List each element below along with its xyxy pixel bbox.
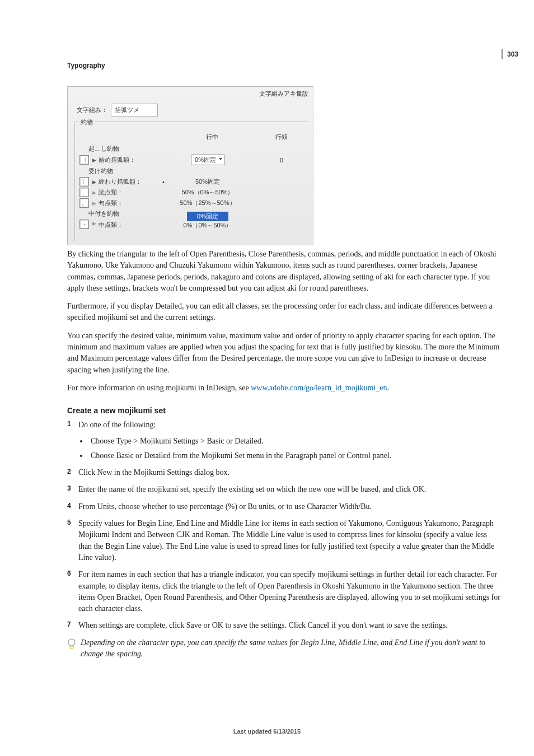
footer-last-updated: Last updated 6/13/2015 <box>0 728 534 735</box>
glyph-icon: ・ <box>79 220 89 229</box>
disclosure-triangle-icon[interactable]: ▶ <box>92 157 96 163</box>
mojikumi-help-link[interactable]: www.adobe.com/go/learn_id_mojikumi_en <box>251 384 387 392</box>
paragraph: Furthermore, if you display Detailed, yo… <box>67 301 500 324</box>
paragraph: By clicking the triangular to the left o… <box>67 249 500 294</box>
disclosure-triangle-icon[interactable]: ▶ <box>92 221 96 226</box>
col-mid-header: 行中 <box>170 133 254 141</box>
glyph-icon: 、 <box>79 188 89 197</box>
paragraph: For more information on using mojikumi i… <box>67 382 500 394</box>
row-mid-value: 50%固定 <box>195 178 220 185</box>
glyph-icon: 〕 <box>79 177 89 186</box>
subheading: Create a new mojikumi set <box>67 406 500 415</box>
text: . <box>387 384 389 392</box>
row-mid-value: 50%（0%～50%） <box>166 188 250 197</box>
value-dropdown[interactable]: 0%固定 <box>191 155 224 165</box>
row-end-value: 0 <box>250 157 285 164</box>
step-text: Do one of the following: <box>78 421 156 429</box>
step-6: For item names in each section that has … <box>67 569 500 614</box>
tip-note: Depending on the character type, you can… <box>67 637 500 660</box>
disclosure-triangle-icon[interactable]: ▶ <box>92 190 96 195</box>
row-label: 終わり括弧類： <box>99 178 166 186</box>
dialog-title: 文字組みアキ量設 <box>68 87 313 101</box>
row-label: 中点類： <box>99 221 166 229</box>
group-okoshi: 起こし約物 <box>75 143 308 154</box>
step-3: Enter the name of the mojikumi set, spec… <box>67 484 500 495</box>
row-mid-value: 0%（0%～50%） <box>184 222 232 228</box>
lightbulb-icon <box>67 638 76 660</box>
row-label: 読点類： <box>99 188 166 197</box>
row-mid-selected[interactable]: 0%固定 <box>187 212 228 221</box>
fieldset-legend: 約物 <box>78 119 95 125</box>
row-label: 始め括弧類： <box>99 156 166 164</box>
svg-point-0 <box>68 639 75 646</box>
page-number-box: 303 <box>502 49 522 59</box>
step-1: Do one of the following: Choose Type > M… <box>67 419 500 461</box>
step-7: When settings are complete, click Save o… <box>67 620 500 631</box>
set-label: 文字組み： <box>77 106 107 114</box>
step-1-option: Choose Type > Mojikumi Settings > Basic … <box>88 436 500 447</box>
tip-text: Depending on the character type, you can… <box>81 637 500 660</box>
text: For more information on using mojikumi i… <box>67 384 251 392</box>
set-dropdown[interactable]: 括弧ツメ <box>111 104 158 116</box>
step-5: Specify values for Begin Line, End Line … <box>67 518 500 563</box>
disclosure-triangle-icon[interactable]: ▶ <box>92 179 96 185</box>
glyph-icon: 。 <box>79 198 89 208</box>
paragraph: You can specify the desired value, minim… <box>67 330 500 376</box>
row-label: 句点類： <box>99 199 166 207</box>
page-number: 303 <box>507 50 518 58</box>
mojikumi-dialog-screenshot: 文字組みアキ量設 文字組み： 括弧ツメ 約物 行中 行頭 起こし約物 〔 ▶ 始… <box>67 86 313 245</box>
running-header: Typography <box>67 62 500 69</box>
row-mid-value: 50%（25%～50%） <box>166 199 250 207</box>
col-end-header: 行頭 <box>254 133 290 141</box>
step-4: From Units, choose whether to use percen… <box>67 501 500 512</box>
step-1-option: Choose Basic or Detailed from the Mojiku… <box>88 450 500 461</box>
steps-list: Do one of the following: Choose Type > M… <box>67 419 500 631</box>
step-2: Click New in the Mojikumi Settings dialo… <box>67 467 500 478</box>
group-uke: 受け約物 <box>75 166 308 176</box>
disclosure-triangle-icon[interactable]: ▶ <box>92 200 96 206</box>
glyph-icon: 〔 <box>79 155 89 165</box>
